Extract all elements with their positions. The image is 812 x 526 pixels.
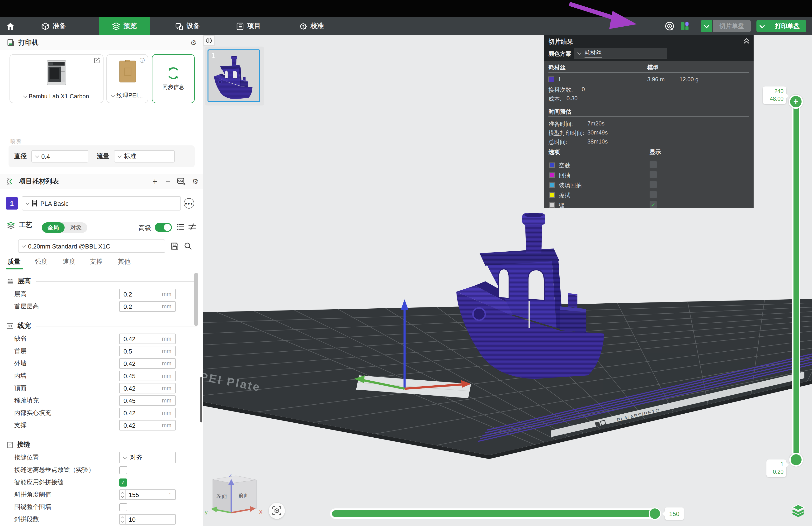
scope-object-button[interactable]: 对象 — [64, 222, 87, 233]
param-spinner[interactable]: 155° — [119, 489, 176, 500]
flow-value: 标准 — [124, 152, 136, 161]
param-input[interactable]: 0.5mm — [119, 346, 176, 356]
print-plate-button[interactable]: 打印单盘 — [768, 20, 806, 32]
save-preset-icon[interactable] — [171, 242, 178, 251]
collapse-chevrons-icon[interactable] — [743, 38, 750, 46]
option-show-checkbox[interactable]: ✓ — [650, 201, 657, 208]
move-slider-handle[interactable] — [649, 508, 661, 520]
tab-others[interactable]: 其他 — [118, 257, 131, 266]
time-value: 38m10s — [588, 138, 608, 145]
device-icon — [175, 22, 183, 30]
print-dropdown-button[interactable] — [756, 20, 768, 32]
info-icon[interactable]: ⓘ — [140, 57, 145, 64]
param-input[interactable]: 0.2mm — [119, 301, 176, 312]
tab-support[interactable]: 支撑 — [90, 257, 103, 266]
param-input[interactable]: 0.42mm — [119, 333, 176, 344]
panel-scrollbar-thumb[interactable] — [194, 273, 198, 326]
color-scheme-select[interactable]: 耗材丝 — [574, 48, 667, 58]
option-show-checkbox[interactable] — [650, 171, 657, 178]
ams-sync-icon[interactable] — [177, 178, 186, 185]
overlay-scrollbar-thumb[interactable] — [200, 377, 202, 423]
printer-select[interactable]: Bambu Lab X1 Carbon — [10, 93, 103, 100]
layer-slider-top-tooltip: 240 48.00 — [763, 86, 786, 104]
filament-more-button[interactable]: ●●● — [184, 198, 194, 209]
search-icon[interactable] — [184, 242, 192, 251]
flow-select[interactable]: 标准 — [114, 150, 175, 162]
spinner-arrows-icon[interactable] — [120, 515, 126, 524]
scope-global-button[interactable]: 全局 — [42, 222, 64, 233]
param-input[interactable]: 0.42mm — [119, 383, 176, 394]
layers-view-button[interactable] — [791, 504, 806, 518]
move-slider[interactable] — [330, 508, 660, 519]
viewport-3d[interactable]: 1 — [203, 35, 812, 526]
printer-card[interactable]: Bambu Lab X1 Carbon — [10, 54, 103, 103]
line-width-icon — [6, 323, 14, 329]
param-checkbox[interactable]: ✓ — [119, 478, 127, 486]
param-row: 层高0.2mm — [0, 288, 203, 300]
nozzle-panel: 直径 0.4 流量 标准 — [9, 145, 195, 167]
advanced-toggle[interactable] — [155, 223, 172, 232]
filament-settings-gear-icon[interactable]: ⚙ — [192, 177, 199, 186]
edit-icon[interactable] — [94, 57, 100, 65]
param-section-title: 接缝 — [17, 440, 30, 449]
tab-prepare[interactable]: 准备 — [29, 17, 79, 35]
option-show-checkbox[interactable] — [650, 181, 657, 188]
param-input[interactable]: 0.42mm — [119, 358, 176, 369]
param-label: 顶面 — [14, 384, 27, 393]
remove-filament-button[interactable]: − — [165, 176, 170, 186]
tab-quality[interactable]: 质量 — [8, 257, 20, 266]
plate-thumbnail[interactable]: 1 — [207, 49, 260, 102]
param-checkbox[interactable] — [119, 466, 127, 474]
tab-speed[interactable]: 速度 — [63, 257, 75, 266]
spinner-arrows-icon[interactable] — [120, 490, 126, 499]
plate-type-select[interactable]: 纹理PEI... — [107, 92, 148, 100]
add-filament-button[interactable]: ＋ — [151, 176, 159, 187]
parameter-list-icon[interactable] — [177, 223, 184, 232]
filament-slot-badge[interactable]: 1 — [6, 197, 18, 210]
filament-icon — [6, 177, 15, 185]
param-label: 接缝远离悬垂点放置（实验） — [14, 466, 95, 474]
param-input[interactable]: 0.2mm — [119, 289, 176, 299]
compare-settings-icon[interactable] — [188, 223, 196, 232]
os-menubar — [0, 0, 812, 17]
sidebar-collapse-button[interactable] — [203, 35, 215, 46]
param-checkbox[interactable] — [119, 503, 127, 511]
option-show-checkbox[interactable] — [650, 161, 657, 168]
tab-project[interactable]: 项目 — [222, 17, 274, 35]
tab-preview[interactable]: 预览 — [99, 17, 150, 35]
home-button[interactable] — [0, 17, 21, 35]
diameter-select[interactable]: 0.4 — [31, 150, 88, 162]
param-input[interactable]: 0.45mm — [119, 395, 176, 406]
filament-mapping-button[interactable] — [663, 20, 676, 32]
benchy-model[interactable] — [456, 213, 604, 379]
fit-view-button[interactable] — [269, 503, 285, 519]
printer-settings-gear-icon[interactable]: ⚙ — [190, 38, 197, 47]
param-spinner[interactable]: 10 — [119, 514, 176, 525]
param-input[interactable]: 0.45mm — [119, 371, 176, 381]
build-plate[interactable] — [203, 299, 812, 455]
chevron-down-icon — [577, 51, 581, 55]
param-input[interactable]: 0.42mm — [119, 420, 176, 430]
sync-info-button[interactable]: 同步信息 — [152, 54, 195, 103]
slice-plate-button[interactable]: 切片单盘 — [713, 20, 751, 32]
divider — [549, 72, 749, 73]
param-input[interactable]: 0.42mm — [119, 408, 176, 418]
chevron-down-icon — [26, 201, 30, 205]
param-row: 接缝远离悬垂点放置（实验） — [0, 464, 203, 476]
filament-select[interactable]: PLA Basic — [22, 196, 181, 211]
process-preset-select[interactable]: 0.20mm Standard @BBL X1C — [18, 240, 165, 253]
slice-dropdown-button[interactable] — [701, 20, 712, 32]
tab-strength[interactable]: 强度 — [35, 257, 47, 266]
process-section-header: 工艺 — [0, 218, 203, 233]
option-show-checkbox[interactable] — [650, 191, 657, 198]
tab-calibration[interactable]: 校准 — [285, 17, 338, 35]
layer-slider-top-handle[interactable]: + — [789, 95, 803, 109]
tab-device[interactable]: 设备 — [161, 17, 214, 35]
layer-range-slider[interactable] — [792, 102, 800, 461]
plate-type-card[interactable]: ⓘ 纹理PEI... — [106, 54, 148, 103]
layers-stack-icon — [791, 504, 806, 518]
navigation-cube[interactable]: 左面 前面 z y x — [205, 471, 262, 515]
divider — [35, 326, 197, 326]
param-select[interactable]: 对齐 — [119, 452, 176, 463]
plate-settings-button[interactable] — [679, 20, 691, 32]
